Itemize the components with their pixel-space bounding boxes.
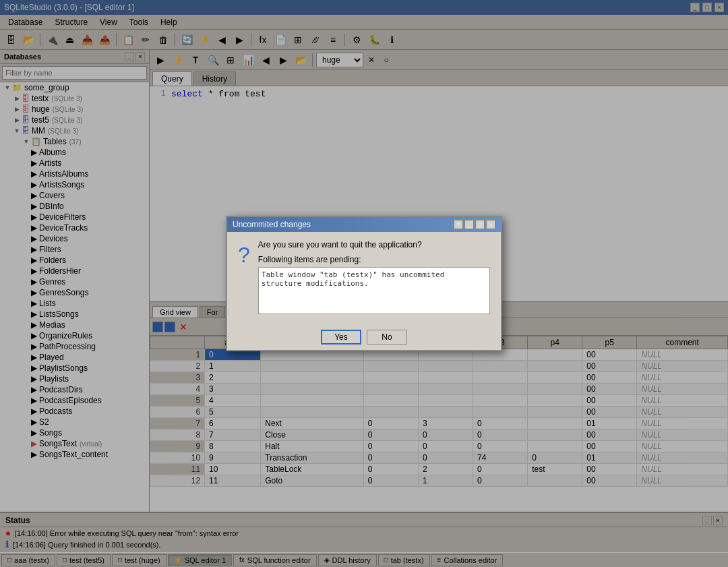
modal-title-bar: Uncommited changes ? _ □ × <box>227 217 501 232</box>
modal-title-controls: ? _ □ × <box>454 220 495 229</box>
modal-question-icon: ? <box>238 243 250 316</box>
modal-overlay: Uncommited changes ? _ □ × ? Are you sur… <box>0 0 728 567</box>
modal-footer: Yes No <box>227 324 501 350</box>
modal-no-button[interactable]: No <box>367 330 407 345</box>
modal-maximize-button[interactable]: □ <box>475 220 485 229</box>
modal-yes-button[interactable]: Yes <box>321 330 361 345</box>
modal-body: ? Are you sure you want to quit the appl… <box>227 232 501 324</box>
modal-help-button[interactable]: ? <box>454 220 463 229</box>
modal-content: Are you sure you want to quit the applic… <box>258 240 490 316</box>
modal-minimize-button[interactable]: _ <box>464 220 474 229</box>
modal-message-area <box>258 267 490 314</box>
uncommited-changes-dialog: Uncommited changes ? _ □ × ? Are you sur… <box>226 216 502 351</box>
modal-pending-label: Following items are pending: <box>258 255 490 264</box>
modal-question-text: Are you sure you want to quit the applic… <box>258 240 490 249</box>
modal-title-text: Uncommited changes <box>233 220 311 229</box>
modal-close-button[interactable]: × <box>486 220 495 229</box>
